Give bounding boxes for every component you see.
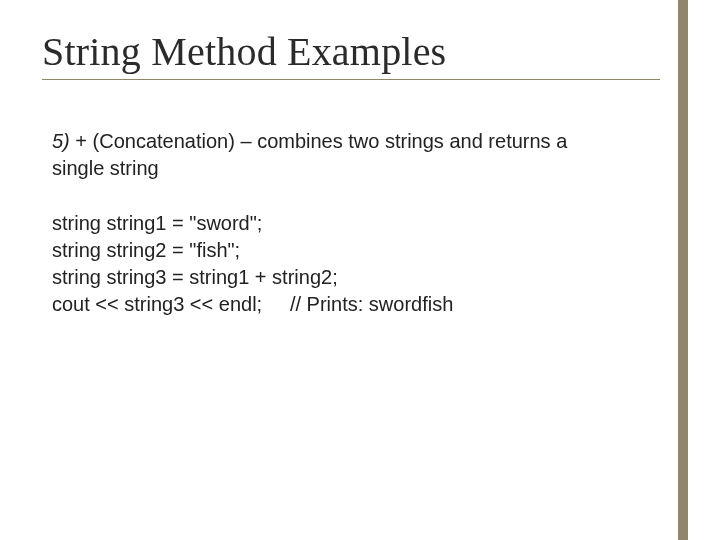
accent-bar [678,0,688,540]
slide: String Method Examples 5) + (Concatenati… [0,0,720,540]
slide-title: String Method Examples [42,28,660,75]
title-underline [42,79,660,80]
item-number: 5) [52,130,70,152]
code-line: string string3 = string1 + string2; [52,264,600,291]
code-line: string string2 = "fish"; [52,237,600,264]
code-block: string string1 = "sword"; string string2… [52,210,600,318]
slide-body: 5) + (Concatenation) – combines two stri… [52,128,600,318]
code-line: string string1 = "sword"; [52,210,600,237]
code-line: cout << string3 << endl; // Prints: swor… [52,291,600,318]
description-paragraph: 5) + (Concatenation) – combines two stri… [52,128,600,182]
title-block: String Method Examples [42,28,660,80]
item-description: + (Concatenation) – combines two strings… [52,130,567,179]
